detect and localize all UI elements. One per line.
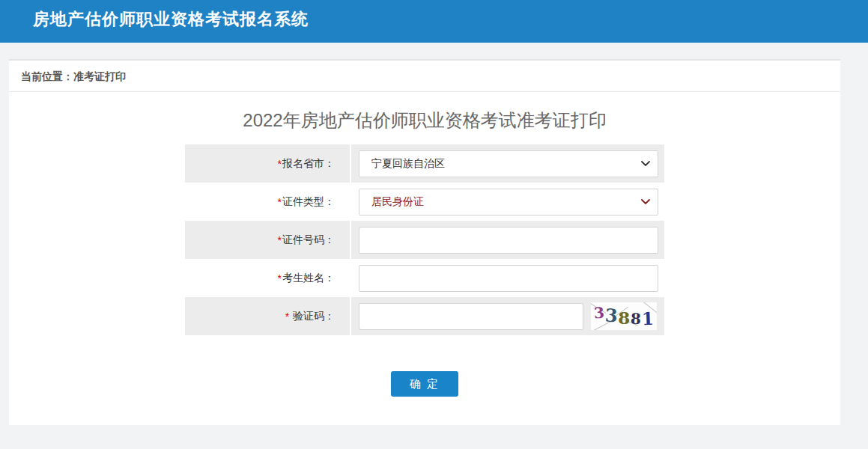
- form-row-id-number: *证件号码：: [185, 221, 664, 259]
- candidate-name-input[interactable]: [359, 265, 658, 292]
- form-row-id-type: *证件类型： 居民身份证: [185, 183, 664, 221]
- captcha-digit: 8: [618, 309, 630, 326]
- id-number-label-text: 证件号码：: [282, 233, 335, 247]
- required-asterisk: *: [278, 272, 282, 284]
- app-header: 房地产估价师职业资格考试报名系统: [0, 0, 868, 43]
- admission-ticket-form: *报名省市： 宁夏回族自治区 *证件类型： 居民身份证 *证件号码：: [185, 144, 664, 335]
- captcha-label-text: 验证码：: [290, 310, 335, 323]
- candidate-name-cell: [351, 259, 664, 297]
- chevron-down-icon: [641, 199, 650, 204]
- required-asterisk: *: [278, 234, 282, 246]
- required-asterisk: *: [285, 311, 289, 323]
- captcha-cell: 33881: [351, 297, 664, 335]
- province-select[interactable]: 宁夏回族自治区: [359, 150, 658, 177]
- captcha-digit: 3: [593, 305, 604, 321]
- captcha-digit: 8: [631, 311, 642, 326]
- button-row: 确 定: [9, 371, 840, 397]
- province-label: *报名省市：: [185, 144, 351, 183]
- province-label-text: 报名省市：: [282, 157, 335, 171]
- candidate-name-label: *考生姓名：: [185, 259, 351, 297]
- id-type-cell: 居民身份证: [351, 183, 664, 221]
- id-number-input[interactable]: [359, 227, 658, 254]
- id-number-label: *证件号码：: [185, 221, 351, 259]
- province-select-value: 宁夏回族自治区: [371, 157, 445, 171]
- captcha-input[interactable]: [359, 303, 583, 330]
- required-asterisk: *: [278, 158, 282, 170]
- captcha-digit: 1: [642, 310, 655, 328]
- confirm-button[interactable]: 确 定: [391, 371, 458, 397]
- chevron-down-icon: [641, 161, 650, 166]
- id-type-select[interactable]: 居民身份证: [359, 189, 658, 216]
- candidate-name-label-text: 考生姓名：: [282, 272, 335, 285]
- form-row-province: *报名省市： 宁夏回族自治区: [185, 144, 664, 183]
- id-type-label-text: 证件类型：: [282, 195, 335, 209]
- page-title: 2022年房地产估价师职业资格考试准考证打印: [9, 109, 840, 132]
- app-title: 房地产估价师职业资格考试报名系统: [33, 8, 309, 31]
- id-type-label: *证件类型：: [185, 183, 351, 221]
- captcha-label: * 验证码：: [185, 297, 351, 335]
- captcha-image[interactable]: 33881: [591, 302, 657, 330]
- province-cell: 宁夏回族自治区: [351, 144, 664, 183]
- form-row-captcha: * 验证码： 33881: [185, 297, 664, 335]
- required-asterisk: *: [278, 196, 282, 208]
- form-row-candidate-name: *考生姓名：: [185, 259, 664, 297]
- id-number-cell: [351, 221, 664, 259]
- captcha-digit: 3: [604, 307, 618, 326]
- breadcrumb: 当前位置：准考证打印: [9, 61, 840, 92]
- content-box: 当前位置：准考证打印 2022年房地产估价师职业资格考试准考证打印 *报名省市：…: [9, 59, 840, 425]
- id-type-select-value: 居民身份证: [371, 195, 424, 209]
